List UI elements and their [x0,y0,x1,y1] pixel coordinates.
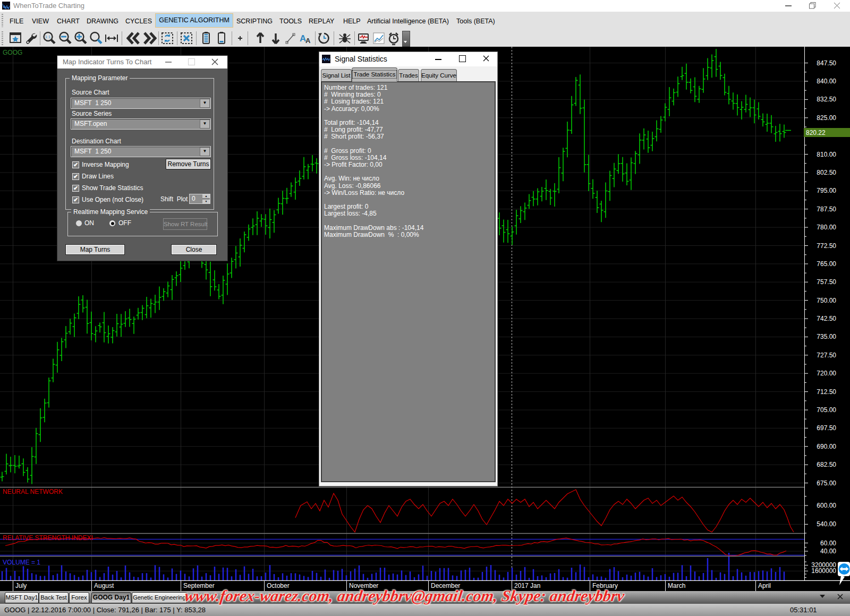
svg-text:780.00: 780.00 [817,224,836,231]
svg-text:795.00: 795.00 [817,187,836,194]
svg-text:820.22: 820.22 [806,129,826,136]
svg-text:540.00: 540.00 [817,520,836,528]
svg-text:675.00: 675.00 [817,480,836,487]
svg-text:690.00: 690.00 [817,443,836,450]
svg-text:787.50: 787.50 [817,206,836,213]
svg-text:750.00: 750.00 [817,297,836,304]
svg-text:765.00: 765.00 [817,260,836,268]
svg-text:60.00: 60.00 [820,540,836,547]
svg-text:697.50: 697.50 [817,424,836,432]
svg-text:720.00: 720.00 [817,370,836,377]
svg-text:1600000: 1600000 [811,567,836,575]
svg-text:682.50: 682.50 [817,461,836,468]
svg-text:727.50: 727.50 [817,352,836,359]
svg-text:757.50: 757.50 [817,278,836,286]
svg-text:GOOG: GOOG [3,49,22,56]
svg-text:742.50: 742.50 [817,315,836,322]
svg-text:VOLUME = 1: VOLUME = 1 [3,559,40,566]
svg-text:772.50: 772.50 [817,242,836,250]
svg-text:832.50: 832.50 [817,96,836,103]
svg-text:735.00: 735.00 [817,333,836,340]
svg-text:600.00: 600.00 [817,502,836,509]
svg-text:712.50: 712.50 [817,388,836,396]
svg-text:705.00: 705.00 [817,406,836,414]
svg-text:825.00: 825.00 [817,114,836,122]
svg-text:810.00: 810.00 [817,151,836,158]
svg-text:RELATIVE STRENGTH INDEXI: RELATIVE STRENGTH INDEXI [3,534,93,542]
svg-text:802.50: 802.50 [817,169,836,176]
svg-text:NEURAL NETWORK: NEURAL NETWORK [3,488,63,495]
svg-text:40.00: 40.00 [820,547,836,555]
svg-text:840.00: 840.00 [817,78,836,85]
svg-text:847.50: 847.50 [817,59,836,67]
